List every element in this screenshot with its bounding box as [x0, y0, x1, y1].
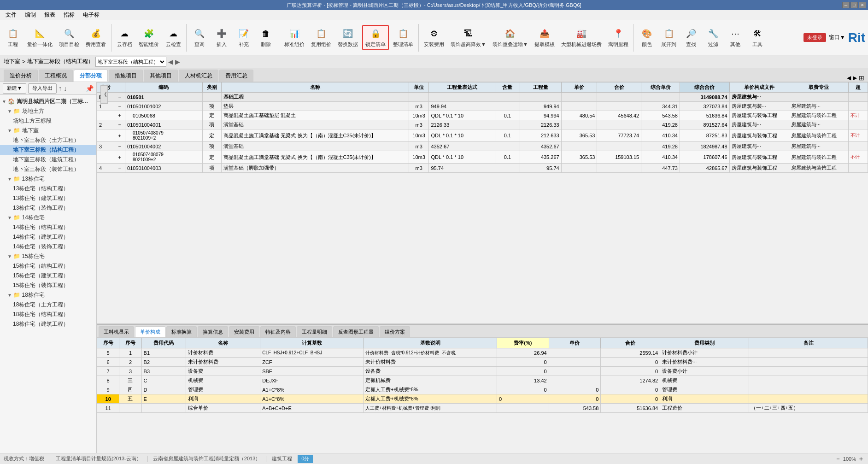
toolbar-btn-yanse[interactable]: 🎨 颜色	[637, 26, 657, 49]
minimize-btn[interactable]: ─	[842, 2, 850, 8]
close-btn[interactable]: ✕	[859, 2, 866, 8]
bottom-tab-huansuan[interactable]: 换算信息	[198, 326, 228, 337]
bottom-row-11[interactable]: 11 综合单价 A+B+C+D+E 人工费+材料费+机械费+管理费+利润 543…	[97, 404, 868, 413]
tab-gongcheng[interactable]: 工程概况	[39, 70, 73, 82]
toolbar-btn-guolv[interactable]: 🔧 过滤	[703, 26, 723, 49]
bottom-row-7[interactable]: 7 3 B3 设备费 SBF 设备费 0 0 设备费小计	[97, 367, 868, 376]
menu-index[interactable]: 指标	[60, 10, 78, 20]
bottom-row-6[interactable]: 6 2 B2 未计价材料费 ZCF 未计价材料费 0 0 未计价材料费···	[97, 358, 868, 367]
toolbar-btn-yuncha[interactable]: ☁ 云检查	[163, 26, 183, 49]
toolbar-btn-feiyongchaxun[interactable]: 💰 费用查看	[83, 26, 108, 49]
tab-fenbufenxiang[interactable]: 分部分项	[74, 70, 108, 82]
tab-feiyong[interactable]: 费用汇总	[219, 70, 253, 82]
toolbar-btn-tihuan[interactable]: 🔄 替换数据	[335, 26, 360, 49]
table-row-3[interactable]: 3 － 010501004002 项 满堂基础 m3 4352.67 4352.…	[97, 142, 868, 151]
toolbar-btn-zhengliqingdan[interactable]: 📋 整理清单	[391, 26, 416, 49]
cell-2s-collapse[interactable]: ＋	[114, 129, 125, 142]
toolbar-btn-anzhuang[interactable]: ⚙ 安装费用	[422, 26, 446, 49]
sidebar-item-root[interactable]: ▼ 🏠 嵩明县城西片区二期（三标段）	[0, 97, 96, 106]
tab-qita[interactable]: 其他项目	[144, 70, 178, 82]
nav-arrow-right[interactable]: ▶	[175, 58, 180, 65]
cell-s1-collapse[interactable]: ＋	[114, 111, 125, 120]
bottom-tab-gongliaoii[interactable]: 工料机显示	[99, 326, 134, 337]
sidebar-item-dixia[interactable]: ▼ 📁 地下室	[0, 126, 96, 135]
menu-report[interactable]: 报表	[41, 10, 59, 20]
bottom-row-9[interactable]: 9 四 D 管理费 A1+C*8% 定额人工费+机械费*8% 0 0 0 管理费	[97, 385, 868, 394]
sidebar-item-dixia-zhuangshi[interactable]: 地下室三标段（装饰工程）	[0, 164, 96, 174]
toolbar-btn-shanchu[interactable]: 🗑 删除	[256, 26, 276, 49]
sidebar-item-zhu14[interactable]: ▼ 📁 14栋住宅	[0, 213, 96, 223]
move-up-btn[interactable]: ↑	[59, 85, 62, 92]
import-export-btn[interactable]: 导入导出	[28, 83, 57, 94]
sidebar-item-zhu14-jianzhu[interactable]: 14栋住宅（建筑工程）	[0, 232, 96, 242]
sidebar-item-zhu13-jianzhu[interactable]: 13栋住宅（建筑工程）	[0, 194, 96, 203]
toolbar-btn-charu[interactable]: ➕ 插入	[211, 26, 232, 49]
sidebar-item-zhu18-jiegou[interactable]: 18栋住宅（结构工程）	[0, 310, 96, 319]
table-row-3-sub[interactable]: ＋ 0105074080798021009+2 定 商品混凝土施工满堂基础 无梁…	[97, 151, 868, 164]
toolbar-btn-zhuangshizhedie[interactable]: 🏠 装饰重叠运输▼	[490, 26, 530, 49]
move-down-btn[interactable]: ↓	[64, 85, 67, 92]
toolbar-btn-tiqu[interactable]: 📤 提取模板	[532, 26, 557, 49]
tab-expand[interactable]: ⊞	[859, 74, 864, 82]
toolbar-btn-buchong[interactable]: 📝 补充	[234, 26, 254, 49]
sidebar-item-zhu13-zhuangshi[interactable]: 13栋住宅（装饰工程）	[0, 203, 96, 213]
toolbar-btn-daxing[interactable]: 🏭 大型机械进退场费	[559, 26, 604, 49]
bottom-tab-gongchengliang[interactable]: 工程量明细	[297, 326, 332, 337]
bottom-tab-anzhuang[interactable]: 安装费用	[229, 326, 259, 337]
bottom-row-10[interactable]: 10 五 E 利润 A1+C*8% 定额人工费+机械费*8% 0 0 0 利润	[97, 394, 868, 404]
toolbar-btn-gongju[interactable]: 🛠 工具	[747, 26, 768, 49]
sidebar-item-dixia-jiegou[interactable]: 地下室三标段（结构工程）	[0, 145, 96, 155]
tab-zaojia[interactable]: 造价分析	[4, 70, 38, 82]
table-row-4[interactable]: 4 － 010501004003 项 满堂基础（脚胀加强带） m3 95.74 …	[97, 164, 868, 173]
toolbar-btn-gudingqingdan[interactable]: 🔒 锁定清单	[362, 25, 389, 50]
table-row-2-sub[interactable]: ＋ 0105074080798021009+2 定 商品混凝土施工满堂基础 无梁…	[97, 129, 868, 142]
progress-btn[interactable]: 0分	[298, 455, 313, 463]
bcell-10-rate[interactable]: 0	[497, 394, 549, 404]
tab-arrow-right[interactable]: ▶	[853, 75, 857, 81]
cell-2-collapse[interactable]: －	[114, 120, 125, 129]
toolbar-btn-yunst[interactable]: ☁ 云存档	[114, 26, 135, 49]
tab-arrow-left[interactable]: ◀	[847, 75, 851, 81]
sidebar-item-zhu13[interactable]: ▼ 📁 13栋住宅	[0, 174, 96, 184]
toolbar-btn-chaomi[interactable]: 📍 嵩明里程	[606, 26, 631, 49]
toolbar-btn-chaxun2[interactable]: 🔎 查找	[681, 26, 701, 49]
sidebar-collapse-btn[interactable]: 《	[100, 85, 108, 104]
sidebar-item-dixia-tu[interactable]: 地下室三标段（土方工程）	[0, 135, 96, 145]
bottom-tab-danjia[interactable]: 单价构成	[135, 326, 165, 337]
bottom-tab-tezheng[interactable]: 特征及内容	[260, 326, 296, 337]
restore-btn[interactable]: □	[850, 2, 858, 8]
table-row-2[interactable]: 2 － 010501004001 项 满堂基础 m3 2126.33 2126.…	[97, 120, 868, 129]
sidebar-item-changdi-san[interactable]: 场地土方三标段	[0, 116, 96, 126]
sidebar-item-zhu18-jianzhu[interactable]: 18栋住宅（建筑工程）	[0, 319, 96, 329]
bottom-tab-zujia[interactable]: 组价方案	[380, 326, 410, 337]
toolbar-btn-qita[interactable]: ⋯ 其他	[725, 26, 745, 49]
sidebar-item-zhu14-zhuangshi[interactable]: 14栋住宅（装饰工程）	[0, 242, 96, 252]
sidebar-item-zhu14-jiegou[interactable]: 14栋住宅（结构工程）	[0, 223, 96, 232]
pin-btn[interactable]: 📌	[86, 85, 94, 92]
nav-select[interactable]: 地下室三标段（结构工程）	[95, 57, 166, 67]
cell-3s-collapse[interactable]: ＋	[114, 151, 125, 164]
sidebar-item-zhu15-jianzhu[interactable]: 15栋住宅（建筑工程）	[0, 271, 96, 281]
toolbar-btn-zhankai[interactable]: 📋 展开到	[659, 26, 679, 49]
bottom-row-5[interactable]: 5 1 B1 计价材料费 CLF_HSJ+0.912+CLF_BHSJ 计价材料…	[97, 348, 868, 358]
cell-4-collapse[interactable]: －	[114, 164, 125, 173]
toolbar-btn-liangjiayitihua[interactable]: 📐 量价一体化	[25, 26, 55, 49]
toolbar-btn-xiangmumujian[interactable]: 🔍 项目目检	[57, 26, 82, 49]
bottom-tab-biaozhun[interactable]: 标准换算	[166, 326, 197, 337]
cell-b1-collapse[interactable]: －	[114, 93, 125, 102]
zoom-out-btn[interactable]: －	[835, 455, 841, 463]
menu-file[interactable]: 文件	[2, 10, 20, 20]
table-row-01050068[interactable]: ＋ 01050068 定 商品混凝土施工基础垫层 混凝土 10m3 QDL * …	[97, 111, 868, 120]
sidebar-item-zhu18[interactable]: ▼ 📁 18栋住宅	[0, 290, 96, 300]
table-row-b1[interactable]: B1 － 010501 基础工程 3149088.74 房屋建筑与···	[97, 93, 868, 102]
sidebar-item-zhu15-jiegou[interactable]: 15栋住宅（结构工程）	[0, 261, 96, 271]
cell-3-collapse[interactable]: －	[114, 142, 125, 151]
tab-rencaiji[interactable]: 人材机汇总	[179, 70, 218, 82]
sidebar-item-zhu18-tu[interactable]: 18栋住宅（土方工程）	[0, 300, 96, 310]
sidebar-item-zhu15-zhuangshi[interactable]: 15栋住宅（装饰工程）	[0, 281, 96, 290]
toolbar-btn-fuyongzujia[interactable]: 📋 复用组价	[309, 26, 334, 49]
cell-1-collapse[interactable]: －	[114, 102, 125, 111]
sidebar-item-changdi[interactable]: ▼ 📁 场地土方	[0, 106, 96, 116]
menu-electronic[interactable]: 电子标	[79, 10, 103, 20]
sidebar-item-zhu13-jiegou[interactable]: 13栋住宅（结构工程）	[0, 184, 96, 194]
